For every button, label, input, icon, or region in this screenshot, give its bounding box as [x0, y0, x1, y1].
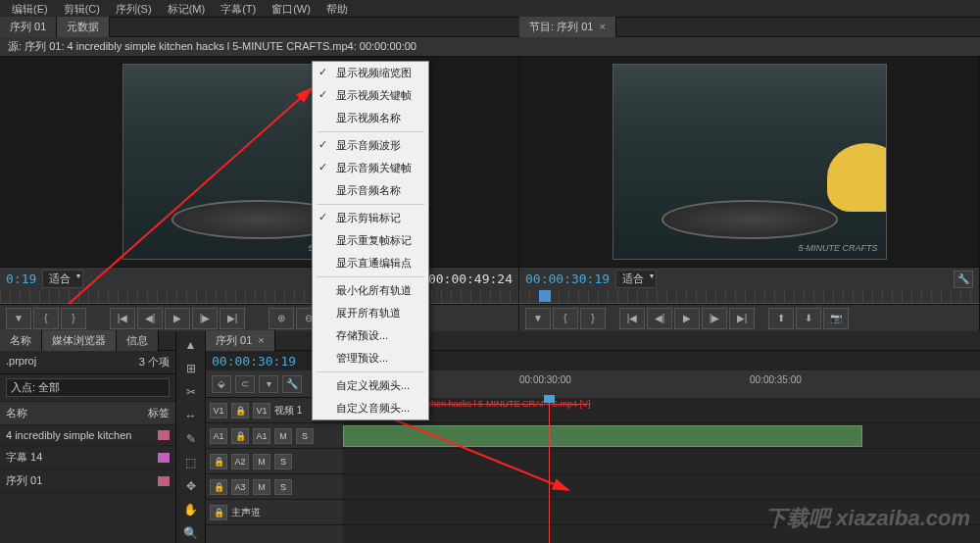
mark-in-button[interactable]: ▼ [6, 308, 31, 329]
menu-show-dup-frames[interactable]: 显示重复帧标记 [313, 229, 428, 252]
tab-media-browser[interactable]: 媒体浏览器 [42, 330, 117, 351]
play-button[interactable]: ▶ [674, 308, 700, 329]
target-patch[interactable]: A2 [231, 454, 249, 469]
menu-show-through-edits[interactable]: 显示直通编辑点 [313, 252, 428, 274]
menu-item[interactable]: 字幕(T) [213, 0, 264, 17]
go-out-button[interactable]: ▶| [220, 308, 245, 329]
go-in-button[interactable]: |◀ [110, 308, 135, 329]
track-lane-v1[interactable]: 4 incredibly simple kitchen hacks l 5-MI… [343, 398, 980, 423]
link-icon[interactable]: ⊂ [235, 375, 255, 393]
list-item[interactable]: 4 incredibly simple kitchen [0, 425, 175, 446]
program-ruler[interactable] [519, 290, 979, 304]
marker-icon[interactable]: ▾ [259, 375, 278, 393]
tab-metadata[interactable]: 元数据 [57, 17, 110, 37]
list-item[interactable]: 序列 01 [0, 469, 175, 493]
zoom-dropdown[interactable]: 适合 [615, 270, 657, 288]
rate-tool[interactable]: ↔ [181, 406, 201, 425]
target-patch[interactable]: A1 [253, 428, 270, 444]
go-in-button[interactable]: |◀ [619, 308, 645, 329]
solo-button[interactable]: S [274, 479, 292, 495]
menu-show-video-keyframes[interactable]: 显示视频关键帧 [313, 84, 428, 107]
tab-info[interactable]: 信息 [117, 330, 159, 351]
menu-show-clip-markers[interactable]: 显示剪辑标记 [313, 207, 428, 229]
lock-icon[interactable]: 🔒 [231, 428, 249, 444]
step-back-button[interactable]: ◀| [137, 308, 163, 329]
lock-icon[interactable]: 🔒 [210, 454, 227, 469]
track-a1-header[interactable]: A1 🔒 A1 M S [206, 423, 343, 449]
menu-show-audio-names[interactable]: 显示音频名称 [313, 179, 428, 202]
menu-item[interactable]: 编辑(E) [4, 0, 56, 17]
go-out-button[interactable]: ▶| [729, 308, 755, 329]
insert-button[interactable]: ⊕ [269, 308, 294, 329]
lift-button[interactable]: ⬆ [768, 308, 794, 329]
menu-item[interactable]: 窗口(W) [264, 0, 318, 17]
mute-button[interactable]: M [253, 454, 270, 469]
track-select-tool[interactable]: ⊞ [181, 359, 201, 378]
inpoint-field[interactable]: 入点: 全部 [6, 378, 170, 397]
close-icon[interactable]: × [258, 334, 264, 346]
solo-button[interactable]: S [296, 428, 314, 444]
track-master-header[interactable]: 🔒 主声道 [206, 500, 343, 525]
lock-icon[interactable]: 🔒 [210, 479, 227, 495]
zoom-dropdown[interactable]: 适合 [42, 270, 83, 288]
menu-show-audio-waveform[interactable]: 显示音频波形 [313, 134, 428, 157]
track-a3-header[interactable]: 🔒 A3 M S [206, 474, 343, 500]
menu-custom-video-head[interactable]: 自定义视频头... [313, 374, 428, 397]
wrench-icon[interactable]: 🔧 [282, 375, 302, 393]
track-lane-a3[interactable] [343, 474, 980, 500]
track-a2-header[interactable]: 🔒 A2 M S [206, 449, 343, 474]
mute-button[interactable]: M [274, 428, 292, 444]
mark-out-button[interactable]: { [33, 308, 59, 329]
timeline-tab[interactable]: 序列 01× [206, 330, 275, 351]
pen-tool[interactable]: ✎ [181, 429, 201, 449]
audio-clip[interactable] [343, 425, 862, 447]
menu-item[interactable]: 帮助 [318, 0, 356, 17]
timeline-timecode[interactable]: 00:00:30:19 [212, 354, 296, 369]
wrench-icon[interactable]: 🔧 [954, 271, 973, 288]
mark-clip-button[interactable]: } [61, 308, 86, 329]
selection-tool[interactable]: ▲ [181, 335, 201, 355]
menu-show-video-thumbs[interactable]: 显示视频缩览图 [313, 62, 428, 84]
snap-icon[interactable]: ⬙ [212, 375, 231, 393]
step-fwd-button[interactable]: |▶ [702, 308, 727, 329]
track-lane-a2[interactable] [343, 449, 980, 474]
target-patch[interactable]: V1 [253, 403, 270, 419]
extract-button[interactable]: ⬇ [796, 308, 821, 329]
menu-show-audio-keyframes[interactable]: 显示音频关键帧 [313, 157, 428, 179]
solo-button[interactable]: S [274, 454, 292, 469]
menu-item[interactable]: 剪辑(C) [56, 0, 108, 17]
mute-button[interactable]: M [253, 479, 270, 495]
play-button[interactable]: ▶ [165, 308, 190, 329]
col-name[interactable]: 名称 [6, 406, 142, 420]
source-patch[interactable]: V1 [210, 403, 227, 419]
ripple-tool[interactable]: ✂ [181, 382, 201, 402]
menu-item[interactable]: 标记(M) [160, 0, 214, 17]
mark-out-button[interactable]: { [553, 308, 578, 329]
rect-tool[interactable]: ⬚ [181, 453, 201, 472]
source-timecode-in[interactable]: 0:19 [6, 272, 36, 286]
menu-manage-presets[interactable]: 管理预设... [313, 347, 428, 370]
mark-clip-button[interactable]: } [580, 308, 606, 329]
mark-in-button[interactable]: ▼ [525, 308, 551, 329]
menu-custom-audio-head[interactable]: 自定义音频头... [313, 397, 428, 420]
menu-minimize-tracks[interactable]: 最小化所有轨道 [313, 279, 428, 302]
step-fwd-button[interactable]: |▶ [192, 308, 218, 329]
playhead[interactable] [549, 398, 550, 543]
menu-item[interactable]: 序列(S) [108, 0, 160, 17]
menu-save-preset[interactable]: 存储预设... [313, 324, 428, 347]
list-item[interactable]: 字幕 14 [0, 446, 175, 469]
close-icon[interactable]: × [599, 21, 605, 32]
tab-program[interactable]: 节目: 序列 01× [519, 17, 616, 37]
program-timecode[interactable]: 00:00:30:19 [525, 272, 610, 286]
menu-expand-tracks[interactable]: 展开所有轨道 [313, 302, 428, 324]
lock-icon[interactable]: 🔒 [231, 403, 249, 419]
tab-name[interactable]: 名称 [0, 330, 42, 351]
source-ruler[interactable] [0, 290, 518, 304]
menu-show-video-names[interactable]: 显示视频名称 [313, 107, 428, 129]
lock-icon[interactable]: 🔒 [210, 505, 227, 520]
step-back-button[interactable]: ◀| [647, 308, 672, 329]
camera-icon[interactable]: 📷 [823, 308, 849, 329]
col-tag[interactable]: 标签 [148, 406, 170, 420]
target-patch[interactable]: A3 [231, 479, 249, 495]
playhead-indicator[interactable] [539, 290, 551, 302]
